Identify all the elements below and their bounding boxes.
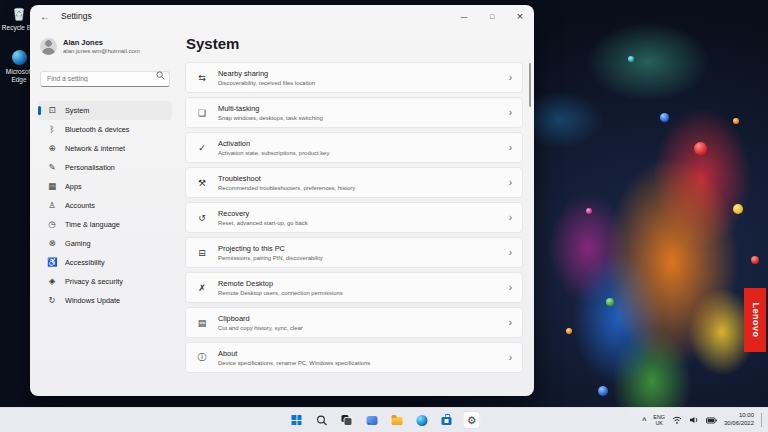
card-subtitle: Snap windows, desktops, task switching: [218, 115, 509, 121]
language-indicator[interactable]: ENG UK: [653, 414, 665, 427]
settings-card-about[interactable]: ⓘ About Device specifications, rename PC…: [185, 342, 523, 373]
info-icon: ⓘ: [196, 351, 208, 364]
sidebar-item-label: Time & language: [65, 220, 120, 229]
sidebar-item-privacy-security[interactable]: ◈ Privacy & security: [38, 272, 172, 291]
clipboard-icon: ▤: [196, 318, 208, 328]
taskbar-search-button[interactable]: [313, 411, 331, 429]
folder-icon: [391, 417, 402, 425]
scrollbar[interactable]: [529, 63, 532, 107]
hidden-icons-chevron[interactable]: ^: [642, 417, 646, 424]
clock[interactable]: 10:00 30/06/2022: [724, 412, 754, 428]
sidebar-item-label: Privacy & security: [65, 277, 123, 286]
sidebar-item-label: Apps: [65, 182, 82, 191]
card-title: Activation: [218, 139, 509, 148]
accessibility-icon: ♿: [47, 257, 57, 267]
chevron-right-icon: ›: [509, 247, 512, 258]
sidebar-item-network-internet[interactable]: ⊕ Network & internet: [38, 139, 172, 158]
settings-card-nearby-sharing[interactable]: ⇆ Nearby sharing Discoverability, receiv…: [185, 62, 523, 93]
lenovo-logo: Lenovo: [744, 288, 766, 352]
sidebar-item-accounts[interactable]: ♙ Accounts: [38, 196, 172, 215]
store-button[interactable]: [438, 411, 456, 429]
settings-card-remote-desktop[interactable]: ✗ Remote Desktop Remote Desktop users, c…: [185, 272, 523, 303]
settings-card-clipboard[interactable]: ▤ Clipboard Cut and copy history, sync, …: [185, 307, 523, 338]
taskbar: ⚙ ^ ENG UK: [0, 407, 768, 432]
paint-droplet: [660, 113, 669, 122]
windows-logo-icon: [292, 415, 302, 425]
sidebar-item-gaming[interactable]: ⊗ Gaming: [38, 234, 172, 253]
remote-desktop-icon: ✗: [196, 283, 208, 293]
chat-bubble-icon: [366, 416, 377, 425]
task-view-button[interactable]: [338, 411, 356, 429]
window-title: Settings: [61, 11, 92, 21]
tray-time: 10:00: [724, 412, 754, 420]
language-line2: UK: [653, 420, 665, 426]
chat-button[interactable]: [363, 411, 381, 429]
wrench-icon: ⚒: [196, 178, 208, 188]
chevron-right-icon: ›: [509, 352, 512, 363]
settings-card-projecting[interactable]: ⊟ Projecting to this PC Permissions, pai…: [185, 237, 523, 268]
sidebar-item-windows-update[interactable]: ↻ Windows Update: [38, 291, 172, 310]
edge-icon: [12, 50, 27, 65]
projecting-screen-icon: ⊟: [196, 248, 208, 258]
card-title: Multi-tasking: [218, 104, 509, 113]
gear-icon: ⚙: [467, 415, 476, 426]
settings-card-troubleshoot[interactable]: ⚒ Troubleshoot Recommended troubleshoote…: [185, 167, 523, 198]
profile-name: Alan Jones: [63, 38, 140, 47]
search-box: [40, 67, 170, 87]
chevron-right-icon: ›: [509, 282, 512, 293]
user-profile[interactable]: Alan Jones alan.jones.wm@hotmail.com: [38, 35, 172, 57]
sidebar-item-system[interactable]: ⊡ System: [38, 101, 172, 120]
settings-card-activation[interactable]: ✓ Activation Activation state, subscript…: [185, 132, 523, 163]
sidebar-item-label: Accessibility: [65, 258, 105, 267]
card-title: Troubleshoot: [218, 174, 509, 183]
battery-icon[interactable]: [706, 417, 717, 424]
back-button[interactable]: ←: [40, 11, 56, 22]
nearby-sharing-icon: ⇆: [196, 73, 208, 83]
sidebar-item-time-language[interactable]: ◷ Time & language: [38, 215, 172, 234]
tray-date: 30/06/2022: [724, 420, 754, 428]
settings-card-multi-tasking[interactable]: ❏ Multi-tasking Snap windows, desktops, …: [185, 97, 523, 128]
card-title: Projecting to this PC: [218, 244, 509, 253]
bluetooth-icon: ᛒ: [47, 124, 57, 134]
start-button[interactable]: [288, 411, 306, 429]
wifi-icon[interactable]: [672, 416, 682, 424]
edge-button[interactable]: [413, 411, 431, 429]
paint-droplet: [606, 298, 614, 306]
settings-card-recovery[interactable]: ↺ Recovery Reset, advanced start-up, go …: [185, 202, 523, 233]
settings-nav: ⊡ System ᛒ Bluetooth & devices ⊕ Network…: [38, 101, 172, 310]
maximize-button[interactable]: □: [478, 5, 506, 27]
card-subtitle: Recommended troubleshooters, preferences…: [218, 185, 509, 191]
sidebar-item-apps[interactable]: ▦ Apps: [38, 177, 172, 196]
chevron-right-icon: ›: [509, 212, 512, 223]
shield-icon: ◈: [47, 276, 57, 286]
card-subtitle: Device specifications, rename PC, Window…: [218, 360, 509, 366]
search-input[interactable]: [40, 71, 170, 87]
paint-droplet: [586, 208, 592, 214]
volume-icon[interactable]: [689, 416, 699, 424]
page-title: System: [186, 35, 523, 52]
apps-grid-icon: ▦: [47, 181, 57, 191]
card-subtitle: Discoverability, received files location: [218, 80, 509, 86]
paint-droplet: [598, 386, 608, 396]
sidebar-item-personalisation[interactable]: ✎ Personalisation: [38, 158, 172, 177]
card-title: Recovery: [218, 209, 509, 218]
recovery-arrow-icon: ↺: [196, 213, 208, 223]
activation-check-icon: ✓: [196, 143, 208, 153]
selected-indicator: [38, 106, 41, 115]
card-subtitle: Permissions, pairing PIN, discoverabilit…: [218, 255, 509, 261]
show-desktop-button[interactable]: [761, 413, 764, 427]
titlebar[interactable]: ← Settings — □ ×: [30, 5, 534, 27]
search-icon: [316, 415, 327, 426]
update-arrows-icon: ↻: [47, 295, 57, 305]
file-explorer-button[interactable]: [388, 411, 406, 429]
card-subtitle: Remote Desktop users, connection permiss…: [218, 290, 509, 296]
settings-taskbar-button[interactable]: ⚙: [463, 411, 481, 429]
sidebar-item-label: Gaming: [65, 239, 91, 248]
card-subtitle: Activation state, subscriptions, product…: [218, 150, 509, 156]
minimize-button[interactable]: —: [450, 5, 478, 27]
chevron-right-icon: ›: [509, 72, 512, 83]
sidebar-item-accessibility[interactable]: ♿ Accessibility: [38, 253, 172, 272]
close-button[interactable]: ×: [506, 5, 534, 27]
paint-droplet: [733, 204, 743, 214]
sidebar-item-bluetooth-devices[interactable]: ᛒ Bluetooth & devices: [38, 120, 172, 139]
